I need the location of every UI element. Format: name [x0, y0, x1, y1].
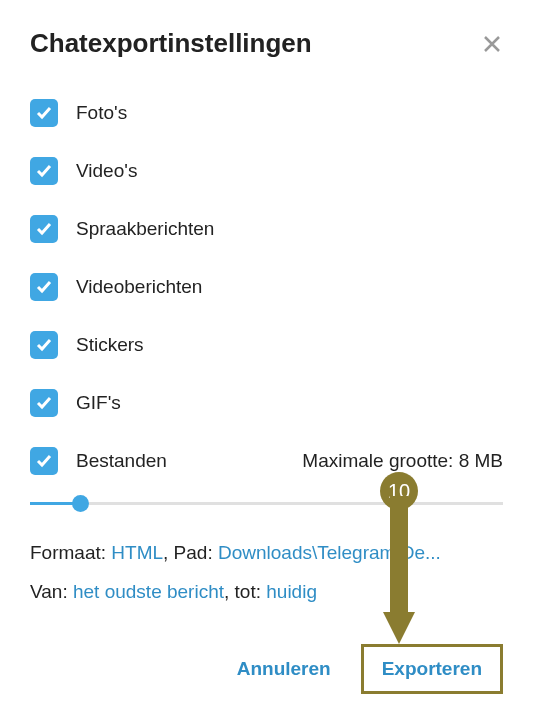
check-icon: [35, 394, 53, 412]
export-button[interactable]: Exporteren: [361, 644, 503, 694]
option-video-messages[interactable]: Videoberichten: [30, 273, 503, 301]
option-label: Stickers: [76, 334, 144, 356]
from-label: Van:: [30, 581, 73, 602]
option-stickers[interactable]: Stickers: [30, 331, 503, 359]
option-label: Foto's: [76, 102, 127, 124]
checkbox-checked[interactable]: [30, 389, 58, 417]
close-button[interactable]: [481, 33, 503, 55]
export-settings-dialog: Chatexportinstellingen Foto's Video's Sp…: [0, 0, 533, 705]
check-icon: [35, 336, 53, 354]
size-slider[interactable]: [30, 493, 503, 513]
to-label: , tot:: [224, 581, 266, 602]
check-icon: [35, 162, 53, 180]
option-files[interactable]: Bestanden Maximale grootte: 8 MB: [30, 447, 503, 475]
check-icon: [35, 452, 53, 470]
checkbox-checked[interactable]: [30, 157, 58, 185]
cancel-button[interactable]: Annuleren: [217, 644, 351, 694]
check-icon: [35, 220, 53, 238]
checkbox-checked[interactable]: [30, 215, 58, 243]
check-icon: [35, 278, 53, 296]
to-link[interactable]: huidig: [266, 581, 317, 602]
max-size-prefix: Maximale grootte:: [302, 450, 458, 471]
max-size-label: Maximale grootte: 8 MB: [302, 450, 503, 472]
option-label: Video's: [76, 160, 137, 182]
format-label: Formaat:: [30, 542, 111, 563]
option-label: Spraakberichten: [76, 218, 214, 240]
dialog-footer: Annuleren Exporteren: [30, 644, 503, 694]
check-icon: [35, 104, 53, 122]
slider-thumb[interactable]: [72, 495, 89, 512]
format-link[interactable]: HTML: [111, 542, 163, 563]
option-gifs[interactable]: GIF's: [30, 389, 503, 417]
option-label: GIF's: [76, 392, 121, 414]
close-icon: [483, 35, 501, 53]
checkbox-checked[interactable]: [30, 331, 58, 359]
path-label: , Pad:: [163, 542, 218, 563]
option-voice-messages[interactable]: Spraakberichten: [30, 215, 503, 243]
option-label: Bestanden: [76, 450, 167, 472]
option-photos[interactable]: Foto's: [30, 99, 503, 127]
dialog-title: Chatexportinstellingen: [30, 28, 312, 59]
format-path-line: Formaat: HTML, Pad: Downloads\Telegram D…: [30, 539, 503, 568]
checkbox-checked[interactable]: [30, 447, 58, 475]
option-videos[interactable]: Video's: [30, 157, 503, 185]
slider-track: [30, 502, 503, 505]
date-range-line: Van: het oudste bericht, tot: huidig: [30, 578, 503, 607]
path-link[interactable]: Downloads\Telegram De...: [218, 542, 441, 563]
checkbox-checked[interactable]: [30, 99, 58, 127]
dialog-header: Chatexportinstellingen: [30, 28, 503, 59]
checkbox-checked[interactable]: [30, 273, 58, 301]
max-size-value: 8 MB: [459, 450, 503, 471]
from-link[interactable]: het oudste bericht: [73, 581, 224, 602]
option-label: Videoberichten: [76, 276, 202, 298]
